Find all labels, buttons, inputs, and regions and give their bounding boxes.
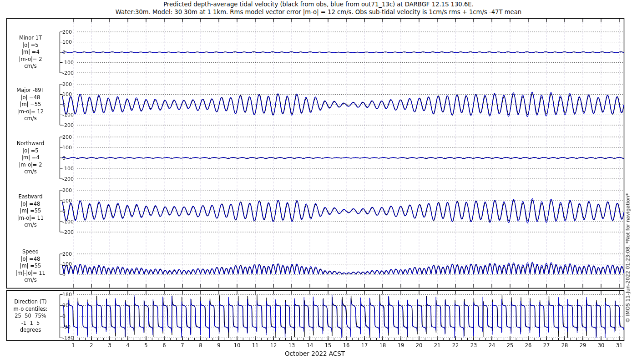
x-tick-label: 21 bbox=[434, 342, 441, 349]
y-tick-label: -200 bbox=[62, 230, 74, 235]
panel-label-line: cm/s bbox=[3, 277, 58, 284]
panel-label-line: Minor 1T bbox=[3, 35, 58, 42]
panel-label-line: |m| =55 bbox=[3, 101, 58, 108]
panel-label-line: Direction (T) bbox=[3, 298, 58, 306]
panel-label-line: Major -89T bbox=[3, 87, 58, 94]
panel-label-line: m-o centiles: bbox=[3, 306, 58, 313]
panel-label-direction: Direction (T)m-o centiles:25 50 75%-1 1 … bbox=[3, 298, 58, 334]
panel-label-speed: Speed|o| =48|m| =55|m|-|o|= 11cm/s bbox=[3, 248, 58, 284]
y-tick-label: -100 bbox=[62, 112, 74, 117]
y-tick-label: -200 bbox=[62, 177, 74, 182]
y-tick-label: 100 bbox=[62, 145, 72, 150]
x-tick-label: 28 bbox=[561, 342, 568, 349]
panel-label-line: Northward bbox=[3, 140, 58, 147]
y-tick-label: 0 bbox=[62, 50, 66, 55]
panel-label-line: |m-o|= 2 bbox=[3, 162, 58, 169]
y-tick-label: -180 bbox=[62, 335, 74, 340]
panel-label-line: |o| =5 bbox=[3, 147, 58, 155]
y-tick-label: 200 bbox=[62, 135, 72, 140]
panel-label-line: Speed bbox=[3, 248, 58, 256]
y-tick-label: 0 bbox=[62, 156, 66, 161]
panel-label-line: |m| =55 bbox=[3, 263, 58, 270]
x-tick-label: 14 bbox=[307, 342, 313, 349]
x-tick-label: 15 bbox=[325, 342, 332, 349]
y-tick-label: 200 bbox=[62, 82, 72, 87]
x-tick-label: 1 bbox=[71, 342, 75, 349]
panel-label-eastward: Eastward|o| =48|m| =55|m-o|= 11cm/s bbox=[3, 193, 58, 229]
x-tick-label: 13 bbox=[288, 342, 295, 349]
y-tick-label: -100 bbox=[62, 166, 74, 171]
y-tick-label: 0 bbox=[62, 272, 66, 277]
y-tick-label: 0 bbox=[62, 209, 66, 214]
panel-label-major: Major -89T|o| =48|m| =55|m-o|= 12cm/s bbox=[3, 87, 58, 122]
panel-label-line: Eastward bbox=[3, 193, 58, 201]
panel-label-minor: Minor 1T|o| =5|m| =4|m-o|= 2cm/s bbox=[3, 35, 58, 70]
x-tick-label: 16 bbox=[343, 342, 350, 349]
x-tick-label: 24 bbox=[489, 342, 495, 349]
y-tick-label: 100 bbox=[62, 92, 72, 97]
panel-label-line: degrees bbox=[3, 327, 58, 334]
y-tick-label: -200 bbox=[62, 123, 74, 128]
panel-label-line: |o| =48 bbox=[3, 256, 58, 263]
y-tick-label: -90 bbox=[62, 324, 71, 329]
y-tick-label: 0 bbox=[62, 102, 66, 107]
panel-label-line: |m| =4 bbox=[3, 49, 58, 56]
panel-label-line: |o| =48 bbox=[3, 201, 58, 208]
y-tick-label: 180 bbox=[62, 292, 72, 297]
x-tick-label: 3 bbox=[108, 342, 111, 349]
x-tick-label: 11 bbox=[252, 342, 259, 349]
panel-label-line: |o| =5 bbox=[3, 42, 58, 49]
imos-watermark: © IMOS 11-Jun-2022 01:23:08. *Not for na… bbox=[625, 193, 631, 323]
x-tick-label: 8 bbox=[199, 342, 202, 349]
panel-label-line: cm/s bbox=[3, 115, 58, 122]
y-tick-label: 200 bbox=[62, 30, 72, 35]
x-tick-label: 7 bbox=[181, 342, 184, 349]
x-tick-label: 10 bbox=[234, 342, 241, 349]
plot-canvas bbox=[0, 0, 637, 364]
x-tick-label: 2 bbox=[90, 342, 93, 349]
y-tick-label: 100 bbox=[62, 262, 72, 267]
y-tick-label: -100 bbox=[62, 60, 74, 65]
x-tick-label: 22 bbox=[452, 342, 459, 349]
x-tick-label: 9 bbox=[217, 342, 220, 349]
x-tick-label: 12 bbox=[270, 342, 277, 349]
x-tick-label: 31 bbox=[616, 342, 623, 349]
x-axis-month-label: October 2022 ACST bbox=[0, 350, 630, 357]
figure-root: { "title_line1": "Predicted depth-averag… bbox=[0, 0, 637, 364]
panel-label-line: |m-o|= 12 bbox=[3, 108, 58, 116]
panel-label-line: 25 50 75% bbox=[3, 313, 58, 320]
panel-label-line: cm/s bbox=[3, 63, 58, 70]
panel-label-line: |o| =48 bbox=[3, 94, 58, 101]
panel-label-line: cm/s bbox=[3, 168, 58, 176]
panel-label-northward: Northward|o| =5|m| =4|m-o|= 2cm/s bbox=[3, 140, 58, 176]
panel-label-line: |m| =55 bbox=[3, 207, 58, 215]
x-tick-label: 6 bbox=[162, 342, 166, 349]
x-tick-label: 19 bbox=[398, 342, 404, 349]
x-tick-label: 30 bbox=[598, 342, 605, 349]
y-tick-label: -100 bbox=[62, 219, 74, 224]
y-tick-label: -200 bbox=[62, 71, 74, 76]
y-tick-label: 200 bbox=[62, 188, 72, 193]
x-tick-label: 4 bbox=[126, 342, 129, 349]
x-tick-label: 5 bbox=[144, 342, 147, 349]
x-tick-label: 20 bbox=[416, 342, 423, 349]
panel-label-line: -1 1 5 bbox=[3, 320, 58, 327]
y-tick-label: 90 bbox=[62, 303, 69, 308]
y-tick-label: 0 bbox=[62, 314, 66, 319]
x-tick-label: 26 bbox=[525, 342, 532, 349]
y-tick-label: 200 bbox=[62, 252, 72, 257]
x-tick-label: 18 bbox=[379, 342, 386, 349]
panel-label-line: |m|-|o|= 11 bbox=[3, 270, 58, 277]
y-tick-label: 100 bbox=[62, 198, 72, 203]
x-tick-label: 23 bbox=[470, 342, 477, 349]
x-tick-label: 25 bbox=[507, 342, 514, 349]
panel-label-line: |m| =4 bbox=[3, 154, 58, 162]
y-tick-label: 100 bbox=[62, 40, 72, 45]
x-tick-label: 27 bbox=[543, 342, 550, 349]
x-tick-label: 17 bbox=[361, 342, 368, 349]
panel-label-line: |m-o|= 11 bbox=[3, 215, 58, 222]
x-tick-label: 29 bbox=[580, 342, 586, 349]
panel-label-line: |m-o|= 2 bbox=[3, 56, 58, 63]
panel-label-line: cm/s bbox=[3, 222, 58, 229]
